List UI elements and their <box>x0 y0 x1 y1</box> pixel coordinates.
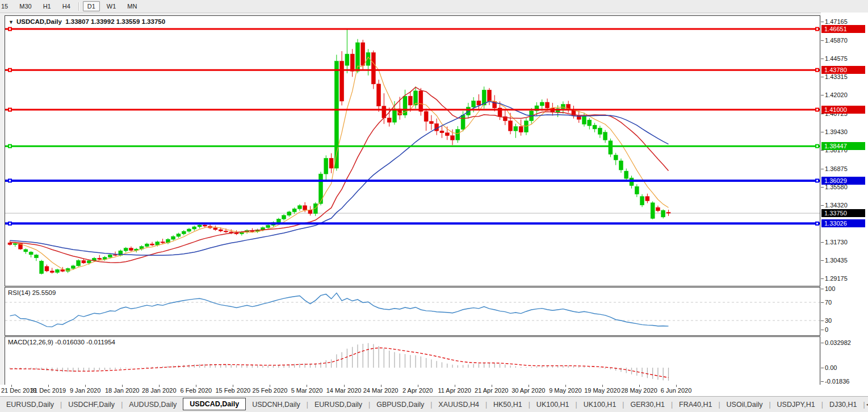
chart-symbol-label: USDCAD,Daily <box>16 18 62 25</box>
y-axis-tick <box>821 77 824 77</box>
y-axis-tick <box>821 132 824 132</box>
y-axis-tick <box>821 260 824 261</box>
chart-tab-uk100-h1[interactable]: UK100,H1 <box>530 398 576 411</box>
rsi-line <box>10 293 669 327</box>
chart-tab-xauusd-h4[interactable]: XAUUSD,H4 <box>432 398 485 411</box>
timeframe-button-w1[interactable]: W1 <box>102 1 121 11</box>
y-axis-tick <box>821 59 824 59</box>
chart-tab-dj30-h1[interactable]: DJ30,H1 <box>823 398 863 411</box>
rsi-indicator-panel[interactable]: RSI(14) 25.5509 <box>5 287 820 336</box>
macd-label: MACD(12,26,9) -0.016030 -0.011954 <box>8 339 115 346</box>
x-axis-date-label: 24 Mar 2020 <box>363 387 399 394</box>
x-axis-date-label: 31 Dec 2019 <box>31 387 66 394</box>
x-axis-date-label: 28 Jan 2020 <box>142 387 177 394</box>
macd-axis-label: 0.00 <box>825 364 837 371</box>
y-axis-tick-label: 1.31730 <box>825 239 848 245</box>
y-axis-tick <box>821 242 824 243</box>
x-axis-date-label: 11 Apr 2020 <box>438 387 471 394</box>
chart-tab-usoil-daily[interactable]: USOil,Daily <box>720 398 769 411</box>
chart-tab-fra40-h1[interactable]: FRA40,H1 <box>673 398 718 411</box>
x-axis-date-label: 6 Feb 2020 <box>180 387 212 394</box>
x-axis-date-label: 30 Apr 2020 <box>511 387 545 394</box>
tab-scroll-left-icon[interactable]: ◄ <box>865 401 868 407</box>
chart-tab-gbpusd-daily[interactable]: GBPUSD,Daily <box>370 398 430 411</box>
y-axis-tick-label: 1.45870 <box>825 37 848 44</box>
rsi-canvas <box>5 288 820 335</box>
timeframe-button-mn[interactable]: MN <box>123 1 141 11</box>
timeframe-button-h4[interactable]: H4 <box>58 1 75 11</box>
ma-line-slow <box>10 101 669 255</box>
y-axis-tick-label: 1.35580 <box>825 184 848 190</box>
chart-title: ▼USDCAD,Daily 1.33807 1.33992 1.33559 1.… <box>9 18 165 25</box>
y-axis-tick-label: 1.34320 <box>825 202 848 209</box>
ma-line-fast <box>10 57 669 270</box>
x-axis-date-label: 28 May 2020 <box>621 387 657 394</box>
y-axis-tick <box>821 278 824 279</box>
rsi-axis-label: 70 <box>825 299 832 306</box>
x-axis-date-label: 25 Feb 2020 <box>253 387 288 394</box>
rsi-axis-label: 0 <box>825 326 828 333</box>
y-axis-tick <box>821 40 824 41</box>
y-axis-tick <box>821 205 824 206</box>
y-axis-tick <box>821 187 824 188</box>
price-chart-panel[interactable]: ▼USDCAD,Daily 1.33807 1.33992 1.33559 1.… <box>5 15 820 286</box>
y-axis-tick-label: 1.47165 <box>825 18 848 25</box>
x-axis-date-label: 6 Jun 2020 <box>661 387 691 394</box>
macd-axis-tick <box>821 343 824 343</box>
rsi-label: RSI(14) 25.5509 <box>8 289 56 296</box>
price-scale[interactable]: 1.471651.458701.445751.433151.420201.407… <box>821 13 868 396</box>
price-badge-1.43780: 1.43780 <box>821 66 865 74</box>
hline-1.4378[interactable] <box>5 68 820 72</box>
chart-tab-eurusd-daily[interactable]: EURUSD,Daily <box>0 398 60 411</box>
timeframe-button-15[interactable]: 15 <box>0 1 12 11</box>
y-axis-tick <box>821 150 824 151</box>
macd-indicator-panel[interactable]: MACD(12,26,9) -0.016030 -0.011954 <box>5 336 820 385</box>
chart-tab-audusd-daily[interactable]: AUDUSD,Daily <box>123 398 183 411</box>
rsi-axis-tick <box>821 289 824 289</box>
price-badge-1.33026: 1.33026 <box>821 219 865 227</box>
hline-1.36029[interactable] <box>5 178 820 182</box>
rsi-axis-tick <box>821 321 824 321</box>
macd-canvas <box>5 337 820 385</box>
chart-tab-hk50-h1[interactable]: HK50,H1 <box>487 398 529 411</box>
x-axis-date-label: 9 Jan 2020 <box>70 387 100 394</box>
macd-signal-line <box>10 348 669 377</box>
timeframe-button-d1[interactable]: D1 <box>83 1 100 11</box>
price-badge-1.36029: 1.36029 <box>821 177 865 185</box>
chart-tab-ger30-h1[interactable]: GER30,H1 <box>624 398 670 411</box>
chart-tab-bar: EURUSD,Daily|USDCHF,Daily|AUDUSD,DailyUS… <box>0 396 868 412</box>
macd-axis-label: 0.032982 <box>825 339 851 346</box>
x-axis-date-label: 18 Jan 2020 <box>105 387 140 394</box>
candles <box>8 29 670 274</box>
timeframe-button-h1[interactable]: H1 <box>39 1 56 11</box>
x-axis-date-label: 15 Feb 2020 <box>215 387 250 394</box>
hline-1.33026[interactable] <box>5 222 820 226</box>
chevron-down-icon[interactable]: ▼ <box>9 19 14 25</box>
timeframe-toolbar: 15M30H1H4D1W1MN <box>0 0 868 13</box>
x-axis-date-label: 14 Mar 2020 <box>326 387 362 394</box>
chart-tab-usdjpy-h1[interactable]: USDJPY,H1 <box>771 398 821 411</box>
y-axis-tick-label: 1.29175 <box>825 275 848 282</box>
chart-tab-uk100-h1[interactable]: UK100,H1 <box>577 398 623 411</box>
chart-tab-usdcad-daily[interactable]: USDCAD,Daily <box>183 398 246 410</box>
chart-tab-usdcnh-daily[interactable]: USDCNH,Daily <box>246 398 307 411</box>
chart-ohlc-values: 1.33807 1.33992 1.33559 1.33750 <box>65 18 165 25</box>
chart-tab-eurusd-daily[interactable]: EURUSD,Daily <box>308 398 368 411</box>
macd-axis-label: -0.01836 <box>825 378 849 385</box>
y-axis-tick <box>821 22 824 22</box>
chart-tab-usdchf-daily[interactable]: USDCHF,Daily <box>62 398 121 411</box>
y-axis-tick <box>821 114 824 114</box>
price-chart-canvas[interactable] <box>5 16 820 286</box>
timeframe-button-m30[interactable]: M30 <box>15 1 36 11</box>
rsi-axis-tick <box>821 302 824 303</box>
price-badge-1.46651: 1.46651 <box>821 25 865 33</box>
x-axis-date-label: 19 May 2020 <box>584 387 620 394</box>
time-scale[interactable]: 21 Dec 201931 Dec 20199 Jan 202018 Jan 2… <box>0 385 868 396</box>
hline-1.41[interactable] <box>5 108 820 112</box>
rsi-axis-tick <box>821 330 824 330</box>
trading-terminal: 15M30H1H4D1W1MN ▼USDCAD,Daily 1.33807 1.… <box>0 0 868 412</box>
x-axis-date-label: 2 Apr 2020 <box>402 387 433 394</box>
hline-1.46651[interactable] <box>5 27 820 31</box>
y-axis-tick-label: 1.43315 <box>825 73 848 80</box>
rsi-axis-label: 30 <box>825 317 832 324</box>
